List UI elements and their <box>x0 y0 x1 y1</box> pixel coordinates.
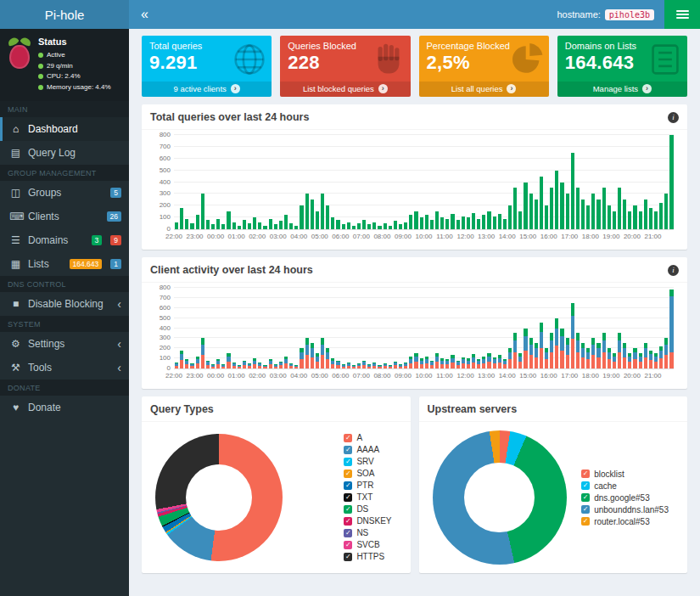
bar-segment <box>566 355 569 368</box>
bar-segment <box>669 296 673 353</box>
client-activity-chart[interactable]: 010020030040050060070080022:0023:0000:00… <box>174 288 674 382</box>
legend-item[interactable]: ✓blocklist <box>581 469 669 479</box>
legend-item[interactable]: ✓AAAA <box>344 445 391 454</box>
sidebar-item-label: Disable Blocking <box>28 298 104 310</box>
bar-segment <box>586 205 590 229</box>
legend-item[interactable]: ✓HTTPS <box>344 552 391 561</box>
legend-item[interactable]: ✓PTR <box>344 481 391 490</box>
bar-segment <box>524 351 527 368</box>
query-types-doughnut-chart[interactable] <box>155 434 283 561</box>
bar-segment <box>664 345 668 355</box>
legend-item[interactable]: ✓cache <box>581 481 669 491</box>
bar-segment <box>263 367 266 368</box>
bar-segment <box>180 360 183 368</box>
app: Pi-hole « hostname: pihole3b Status Acti… <box>0 0 700 596</box>
legend-item[interactable]: ✓unbounddns.lan#53 <box>581 505 669 514</box>
chevron-left-icon: ‹ <box>117 338 121 350</box>
chevron-left-icon: ‹ <box>117 298 121 310</box>
brand-logo[interactable]: Pi-hole <box>0 0 129 29</box>
bar-segment <box>508 205 512 229</box>
menu-section-header: SYSTEM <box>0 316 129 332</box>
bar-segment <box>608 352 611 359</box>
chevron-left-icon: ‹ <box>117 362 121 374</box>
sidebar-item-donate[interactable]: ♥Donate <box>0 396 129 419</box>
sidebar-item-clients[interactable]: ⌨Clients26 <box>0 205 129 228</box>
domains-icon: ☰ <box>9 234 22 246</box>
arrow-circle-icon: › <box>642 84 652 93</box>
bar-segment <box>664 355 668 368</box>
bar-segment <box>456 220 460 229</box>
legend-label: PTR <box>356 481 373 490</box>
x-axis-tick-label: 15:00 <box>519 372 536 380</box>
sidebar-item-dashboard[interactable]: ⌂Dashboard <box>0 117 129 141</box>
legend-item[interactable]: ✓dns.google#53 <box>581 493 669 503</box>
panel-header: Query Types <box>142 396 411 422</box>
bar-segment <box>591 345 595 355</box>
legend-item[interactable]: ✓TXT <box>344 492 391 502</box>
bar-segment <box>664 338 668 344</box>
bar-segment <box>300 205 303 229</box>
status-item-label: 29 q/min <box>47 61 73 72</box>
bar-segment <box>508 359 512 368</box>
legend-item[interactable]: ✓SRV <box>344 457 391 466</box>
status-title: Status <box>38 37 111 47</box>
sidebar-item-query-log[interactable]: ▤Query Log <box>0 141 129 165</box>
sidebar-item-groups[interactable]: ◫Groups5 <box>0 181 129 205</box>
bar-segment <box>669 290 673 295</box>
bar-segment <box>545 359 548 368</box>
total-queries-chart[interactable]: 010020030040050060070080022:0023:0000:00… <box>174 135 674 243</box>
bar-segment <box>571 153 574 229</box>
sidebar-collapse-button[interactable]: « <box>141 8 148 21</box>
stat-card-footer-link[interactable]: List blocked queries› <box>280 82 410 97</box>
bar-segment <box>211 224 215 229</box>
bar-segment <box>654 211 658 229</box>
x-axis-tick-label: 23:00 <box>187 233 204 240</box>
stat-card-footer-link[interactable]: List all queries› <box>419 82 549 97</box>
legend-item[interactable]: ✓DS <box>344 504 391 514</box>
bar-segment <box>342 224 345 229</box>
bar-segment <box>628 211 631 229</box>
sidebar-menu: MAIN⌂Dashboard▤Query LogGROUP MANAGEMENT… <box>0 101 129 419</box>
raspberry-pi-logo-icon <box>7 37 32 72</box>
bar-segment <box>389 367 392 368</box>
sidebar-item-tools[interactable]: ⚒Tools‹ <box>0 356 129 380</box>
status-item-label: CPU: 2.4% <box>47 71 81 82</box>
bar-segment <box>384 223 387 229</box>
bar-segment <box>576 340 580 353</box>
menu-toggle-button[interactable] <box>664 0 700 29</box>
info-icon[interactable]: i <box>668 112 679 123</box>
status-text: Status Active29 q/minCPU: 2.4%Memory usa… <box>38 37 111 93</box>
legend-item[interactable]: ✓SOA <box>344 469 391 478</box>
sidebar-item-lists[interactable]: ▦Lists164.6431 <box>0 252 129 276</box>
bar-segment <box>540 332 543 348</box>
sidebar-item-disable-blocking[interactable]: ■Disable Blocking‹ <box>0 292 129 316</box>
stat-card-footer-link[interactable]: 9 active clients› <box>142 82 272 97</box>
bar-segment <box>581 348 585 357</box>
bar-segment <box>550 352 553 368</box>
info-icon[interactable]: i <box>668 265 679 276</box>
status-dot-icon <box>38 64 43 69</box>
bar-segment <box>238 367 241 368</box>
legend-item[interactable]: ✓NS <box>344 528 391 537</box>
sidebar-item-settings[interactable]: ⚙Settings‹ <box>0 332 129 356</box>
x-axis-tick-label: 06:00 <box>332 372 349 380</box>
stat-card-footer-link[interactable]: Manage lists› <box>557 82 687 97</box>
x-axis-tick-label: 09:00 <box>395 372 412 380</box>
status-dot-icon <box>38 85 43 90</box>
bar-segment <box>596 200 600 229</box>
panel-header: Upstream servers <box>419 396 688 422</box>
bar-segment <box>420 217 423 229</box>
bar-segment <box>227 211 230 229</box>
upstream-servers-doughnut-chart[interactable] <box>433 430 567 565</box>
legend-item[interactable]: ✓DNSKEY <box>344 516 391 526</box>
x-axis-tick-label: 10:00 <box>415 372 432 380</box>
stat-card-footer-label: List all queries <box>451 84 503 93</box>
bar-segment <box>529 345 533 355</box>
legend-item[interactable]: ✓router.local#53 <box>581 517 669 526</box>
bar-segment <box>623 200 626 229</box>
bar-segment <box>211 367 215 368</box>
legend-item[interactable]: ✓SVCB <box>344 540 391 549</box>
sidebar-item-domains[interactable]: ☰Domains39 <box>0 228 129 252</box>
legend-item[interactable]: ✓A <box>344 433 391 442</box>
x-axis-tick-label: 12:00 <box>457 233 474 240</box>
